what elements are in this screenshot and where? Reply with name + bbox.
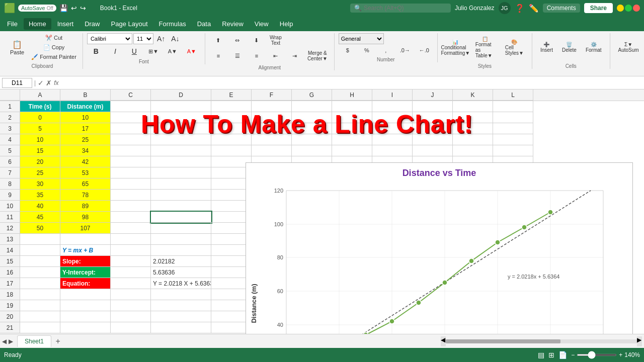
cell-D8[interactable] — [151, 178, 211, 190]
cell-B16[interactable]: Y-Intercept: — [60, 267, 111, 278]
cell-A20[interactable] — [20, 311, 60, 322]
wrap-text-btn[interactable]: WrapText — [267, 33, 285, 47]
cell-K5[interactable] — [453, 145, 493, 156]
col-header-K[interactable]: K — [453, 89, 493, 101]
cell-A10[interactable]: 40 — [20, 201, 60, 212]
search-input[interactable] — [364, 5, 447, 12]
cell-C7[interactable] — [111, 167, 151, 178]
cell-G2[interactable] — [292, 112, 332, 123]
pagebreak-view-btn[interactable]: ⊞ — [548, 351, 554, 359]
row-num-14[interactable]: 14 — [0, 245, 20, 256]
cell-D16[interactable]: 5.63636 — [151, 267, 211, 278]
cell-B20[interactable] — [60, 311, 111, 322]
cell-B14[interactable]: Y = mx + B — [60, 245, 111, 256]
close-btn[interactable] — [633, 5, 640, 12]
row-num-6[interactable]: 6 — [0, 156, 20, 167]
cell-A13[interactable] — [20, 234, 60, 245]
row-num-5[interactable]: 5 — [0, 145, 20, 156]
zoom-slider[interactable] — [577, 354, 617, 356]
col-header-A[interactable]: A — [20, 89, 60, 101]
underline-btn[interactable]: U — [125, 46, 143, 57]
zoom-in-btn[interactable]: + — [619, 351, 622, 358]
cell-B8[interactable]: 65 — [60, 178, 111, 190]
indent-dec-btn[interactable]: ⇤ — [267, 51, 285, 61]
quick-access-undo[interactable]: ↩ — [71, 4, 77, 12]
percent-btn[interactable]: % — [358, 46, 376, 55]
cell-B19[interactable] — [60, 300, 111, 311]
cell-B5[interactable]: 34 — [60, 145, 111, 156]
delete-cells-btn[interactable]: 🗑️ Delete — [558, 33, 581, 61]
formula-input[interactable] — [60, 78, 642, 88]
cell-C20[interactable] — [111, 311, 151, 322]
cell-F3[interactable] — [252, 123, 292, 134]
cell-C19[interactable] — [111, 300, 151, 311]
cell-I1[interactable] — [372, 101, 413, 112]
normal-view-btn[interactable]: ▤ — [538, 351, 544, 359]
cell-H4[interactable] — [332, 134, 372, 145]
cell-D19[interactable] — [151, 300, 211, 311]
next-sheet-btn[interactable]: ▶ — [9, 338, 13, 345]
cell-J5[interactable] — [413, 145, 453, 156]
cell-C4[interactable] — [111, 134, 151, 145]
cell-K4[interactable] — [453, 134, 493, 145]
number-format-select[interactable]: General — [339, 33, 384, 44]
cell-C9[interactable] — [111, 190, 151, 201]
row-num-8[interactable]: 8 — [0, 178, 20, 190]
italic-btn[interactable]: I — [106, 46, 124, 57]
cell-B12[interactable]: 107 — [60, 223, 111, 234]
cell-E3[interactable] — [211, 123, 252, 134]
format-painter-button[interactable]: 🖌️ Format Painter — [29, 53, 78, 61]
col-header-L[interactable]: L — [493, 89, 533, 101]
autosum-btn[interactable]: Σ▼ AutoSum — [614, 33, 643, 61]
align-left-btn[interactable]: ≡ — [209, 51, 227, 60]
cell-D4[interactable] — [151, 134, 211, 145]
cell-D10[interactable] — [151, 201, 211, 212]
cell-H3[interactable] — [332, 123, 372, 134]
col-header-I[interactable]: I — [372, 89, 413, 101]
quick-access-redo[interactable]: ↪ — [80, 4, 86, 12]
cell-A19[interactable] — [20, 300, 60, 311]
cell-B21[interactable] — [60, 322, 111, 333]
comma-btn[interactable]: , — [377, 46, 395, 55]
menu-insert[interactable]: Insert — [52, 18, 79, 30]
cell-B6[interactable]: 42 — [60, 156, 111, 167]
row-num-11[interactable]: 11 — [0, 212, 20, 223]
menu-help[interactable]: Help — [275, 18, 298, 30]
cell-L1[interactable] — [493, 101, 533, 112]
row-num-15[interactable]: 15 — [0, 256, 20, 267]
col-header-G[interactable]: G — [292, 89, 332, 101]
check-icon[interactable]: ✓ — [38, 79, 44, 87]
row-num-17[interactable]: 17 — [0, 278, 20, 289]
col-header-J[interactable]: J — [413, 89, 453, 101]
cell-H1[interactable] — [332, 101, 372, 112]
font-color-btn[interactable]: A▼ — [183, 47, 201, 56]
cell-B9[interactable]: 78 — [60, 190, 111, 201]
hscroll-track[interactable] — [446, 339, 637, 343]
cell-C15[interactable] — [111, 256, 151, 267]
cell-D6[interactable] — [151, 156, 211, 167]
border-btn[interactable]: ⊞▼ — [144, 47, 163, 56]
cell-H2[interactable] — [332, 112, 372, 123]
col-header-E[interactable]: E — [211, 89, 252, 101]
merge-center-btn[interactable]: Merge &Center▼ — [305, 49, 330, 63]
user-avatar[interactable]: JG — [499, 2, 511, 14]
cell-L5[interactable] — [493, 145, 533, 156]
maximize-btn[interactable] — [625, 5, 632, 12]
col-header-B[interactable]: B — [60, 89, 111, 101]
cell-C5[interactable] — [111, 145, 151, 156]
cell-K2[interactable] — [453, 112, 493, 123]
col-header-F[interactable]: F — [252, 89, 292, 101]
insert-cells-btn[interactable]: ➕ Insert — [536, 33, 557, 61]
cell-F4[interactable] — [252, 134, 292, 145]
row-num-12[interactable]: 12 — [0, 223, 20, 234]
cell-D12[interactable] — [151, 223, 211, 234]
cell-F2[interactable] — [252, 112, 292, 123]
menu-draw[interactable]: Draw — [79, 18, 105, 30]
cell-D1[interactable] — [151, 101, 211, 112]
cell-D18[interactable] — [151, 289, 211, 300]
copy-button[interactable]: 📄 Copy — [29, 43, 78, 52]
paste-button[interactable]: 📋 Paste — [6, 33, 28, 61]
row-num-19[interactable]: 19 — [0, 300, 20, 311]
font-name-select[interactable]: Calibri — [87, 33, 132, 44]
format-table-btn[interactable]: 📋 Format asTable▼ — [471, 33, 499, 61]
